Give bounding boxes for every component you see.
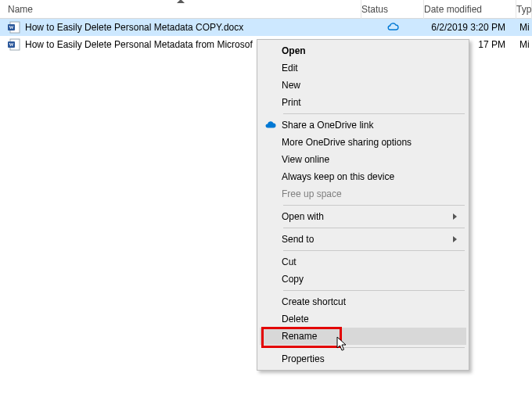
- menu-separator: [283, 290, 465, 291]
- menu-item-properties[interactable]: Properties: [260, 350, 466, 368]
- menu-item-send-to[interactable]: Send to: [260, 231, 466, 248]
- file-type: Mi: [516, 39, 532, 50]
- menu-label: More OneDrive sharing options: [282, 137, 412, 148]
- column-header-row: Name Status Date modified Typ: [0, 0, 532, 19]
- menu-separator: [283, 205, 465, 206]
- menu-label: Cut: [282, 256, 297, 267]
- menu-label: Free up space: [282, 188, 342, 199]
- menu-item-delete[interactable]: Delete: [260, 310, 466, 328]
- menu-item-copy[interactable]: Copy: [260, 271, 466, 288]
- menu-item-create-shortcut[interactable]: Create shortcut: [260, 293, 466, 310]
- column-header-type[interactable]: Typ: [516, 0, 532, 19]
- file-type: Mi: [516, 22, 532, 33]
- menu-item-open-with[interactable]: Open with: [260, 208, 466, 225]
- column-header-status[interactable]: Status: [361, 0, 424, 19]
- column-header-type-label: Typ: [516, 4, 531, 15]
- menu-label: Rename: [282, 331, 317, 342]
- menu-label: Send to: [282, 234, 314, 245]
- column-header-date-label: Date modified: [424, 4, 482, 15]
- menu-label: Create shortcut: [282, 296, 346, 307]
- column-header-date[interactable]: Date modified: [424, 0, 516, 19]
- menu-separator: [283, 113, 465, 114]
- menu-item-more-onedrive[interactable]: More OneDrive sharing options: [260, 134, 466, 151]
- menu-label: Edit: [282, 63, 298, 74]
- word-doc-icon: W: [8, 21, 20, 34]
- svg-text:W: W: [9, 25, 14, 30]
- context-menu: Open Edit New Print Share a OneDrive lin…: [257, 39, 469, 371]
- menu-separator: [283, 347, 465, 348]
- file-date: 6/2/2019 3:20 PM: [424, 22, 516, 33]
- sort-asc-icon: [177, 0, 185, 3]
- file-name: How to Easily Delete Personal Metadata C…: [25, 22, 243, 33]
- menu-item-always-keep[interactable]: Always keep on this device: [260, 168, 466, 185]
- menu-label: New: [282, 80, 300, 91]
- svg-text:W: W: [9, 42, 14, 47]
- menu-label: Always keep on this device: [282, 171, 394, 182]
- menu-item-cut[interactable]: Cut: [260, 253, 466, 271]
- menu-item-rename[interactable]: Rename: [260, 328, 466, 345]
- column-header-name-label: Name: [8, 4, 33, 15]
- file-row[interactable]: W How to Easily Delete Personal Metadata…: [0, 19, 532, 36]
- menu-label: View online: [282, 154, 329, 165]
- menu-item-print[interactable]: Print: [260, 94, 466, 111]
- menu-label: Properties: [282, 353, 325, 364]
- menu-label: Open: [282, 45, 306, 56]
- onedrive-icon: [264, 119, 276, 131]
- file-name: How to Easily Delete Personal Metadata f…: [25, 39, 253, 50]
- menu-label: Copy: [282, 274, 304, 285]
- menu-label: Delete: [282, 314, 309, 324]
- column-header-status-label: Status: [361, 4, 388, 15]
- word-doc-icon: W: [8, 38, 20, 51]
- menu-separator: [283, 250, 465, 251]
- chevron-right-icon: [453, 213, 457, 220]
- menu-label: Share a OneDrive link: [282, 120, 373, 131]
- column-header-name[interactable]: Name: [0, 0, 361, 19]
- menu-item-open[interactable]: Open: [260, 42, 466, 59]
- menu-item-edit[interactable]: Edit: [260, 59, 466, 77]
- menu-item-new[interactable]: New: [260, 77, 466, 94]
- menu-item-free-up-space: Free up space: [260, 185, 466, 203]
- chevron-right-icon: [453, 236, 457, 242]
- cloud-icon: [386, 21, 399, 34]
- menu-separator: [283, 228, 465, 228]
- menu-item-share-onedrive[interactable]: Share a OneDrive link: [260, 117, 466, 134]
- menu-item-view-online[interactable]: View online: [260, 151, 466, 168]
- menu-label: Print: [282, 97, 301, 108]
- menu-label: Open with: [282, 211, 324, 222]
